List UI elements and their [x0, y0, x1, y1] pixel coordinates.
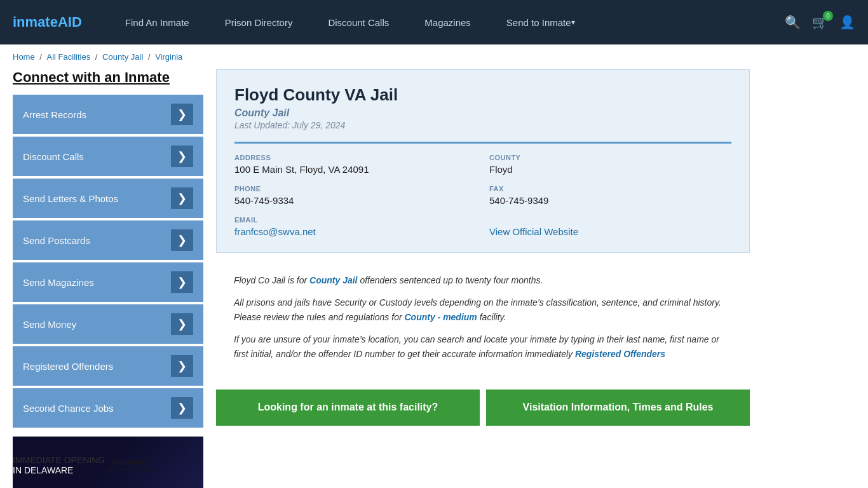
info-grid: ADDRESS 100 E Main St, Floyd, VA 24091 C… [234, 142, 731, 237]
visitation-info-button[interactable]: Visitation Information, Times and Rules [486, 390, 750, 426]
ad-line1: IMMEDIATE OPENING [13, 455, 105, 465]
arrow-icon: ❯ [171, 104, 193, 125]
arrow-icon: ❯ [171, 187, 193, 209]
sidebar: Connect with an Inmate Arrest Records ❯ … [13, 69, 203, 488]
desc-p1-text1: Floyd Co Jail is for [234, 275, 309, 285]
sidebar-btn-send-postcards[interactable]: Send Postcards ❯ [13, 220, 203, 260]
facility-name: Floyd County VA Jail [234, 85, 731, 105]
address-value: 100 E Main St, Floyd, VA 24091 [234, 164, 477, 175]
sidebar-btn-label: Registered Offenders [23, 361, 113, 372]
arrow-icon: ❯ [171, 313, 193, 335]
sidebar-btn-label: Arrest Records [23, 109, 86, 120]
nav-send-to-inmate[interactable]: Send to Inmate [489, 0, 593, 44]
phone-value: 540-745-9334 [234, 195, 477, 206]
desc-p2-text2: facility. [477, 312, 506, 322]
sidebar-btn-label: Send Magazines [23, 277, 94, 288]
email-link[interactable]: franfcso@swva.net [234, 226, 316, 237]
ad-logo: Mountaire Fresh Young Chicken [105, 458, 153, 473]
bottom-buttons: Looking for an inmate at this facility? … [216, 379, 750, 426]
sidebar-btn-label: Send Letters & Photos [23, 193, 118, 204]
ad-line2: IN DELAWARE [13, 465, 105, 475]
website-link[interactable]: View Official Website [489, 226, 578, 237]
search-icon[interactable]: 🔍 [785, 15, 801, 30]
breadcrumb-sep3: / [148, 52, 153, 62]
desc-county-jail-link[interactable]: County Jail [309, 275, 357, 285]
address-block: ADDRESS 100 E Main St, Floyd, VA 24091 [234, 154, 477, 175]
facility-updated: Last Updated: July 29, 2024 [234, 120, 731, 130]
sidebar-btn-label: Send Postcards [23, 235, 90, 246]
arrow-icon: ❯ [171, 271, 193, 293]
desc-county-medium-link[interactable]: County - medium [404, 312, 477, 322]
desc-para-3: If you are unsure of your inmate’s locat… [234, 332, 732, 362]
main-content: Floyd County VA Jail County Jail Last Up… [216, 69, 750, 488]
sidebar-title: Connect with an Inmate [13, 69, 203, 86]
sidebar-advertisement[interactable]: IMMEDIATE OPENING IN DELAWARE Mountaire … [13, 437, 203, 488]
breadcrumb-county-jail[interactable]: County Jail [102, 52, 143, 62]
arrow-icon: ❯ [171, 355, 193, 377]
facility-type: County Jail [234, 107, 731, 119]
facility-description: Floyd Co Jail is for County Jail offende… [216, 263, 750, 379]
fax-label: FAX [489, 185, 731, 193]
address-label: ADDRESS [234, 154, 477, 161]
sidebar-btn-discount-calls[interactable]: Discount Calls ❯ [13, 137, 203, 176]
breadcrumb-sep2: / [95, 52, 100, 62]
logo-text-aid: AID [58, 14, 82, 30]
nav-prison-directory[interactable]: Prison Directory [207, 0, 311, 44]
ad-text: IMMEDIATE OPENING IN DELAWARE [13, 455, 105, 475]
arrow-icon: ❯ [171, 397, 193, 419]
ad-logo-text: Mountaire [105, 458, 153, 466]
user-icon[interactable]: 👤 [839, 15, 855, 30]
fax-block: FAX 540-745-9349 [489, 185, 731, 206]
desc-para-2: All prisons and jails have Security or C… [234, 295, 732, 325]
arrow-icon: ❯ [171, 146, 193, 167]
phone-label: PHONE [234, 185, 477, 193]
main-nav: Find An Inmate Prison Directory Discount… [107, 0, 785, 44]
sidebar-btn-label: Second Chance Jobs [23, 403, 114, 414]
header-icons: 🔍 🛒 0 👤 [785, 15, 855, 30]
header: inmateAID Find An Inmate Prison Director… [0, 0, 868, 44]
sidebar-btn-second-chance-jobs[interactable]: Second Chance Jobs ❯ [13, 388, 203, 428]
website-block: View Official Website [489, 216, 731, 237]
ad-logo-tagline: Fresh Young Chicken [105, 466, 153, 473]
breadcrumb-all-facilities[interactable]: All Facilities [47, 52, 91, 62]
sidebar-btn-label: Discount Calls [23, 151, 84, 162]
sidebar-btn-arrest-records[interactable]: Arrest Records ❯ [13, 95, 203, 134]
sidebar-btn-send-letters[interactable]: Send Letters & Photos ❯ [13, 179, 203, 218]
county-block: COUNTY Floyd [489, 154, 731, 175]
logo[interactable]: inmateAID [13, 14, 82, 30]
desc-para-1: Floyd Co Jail is for County Jail offende… [234, 273, 732, 288]
sidebar-btn-label: Send Money [23, 319, 76, 330]
sidebar-btn-registered-offenders[interactable]: Registered Offenders ❯ [13, 346, 203, 386]
nav-find-inmate[interactable]: Find An Inmate [107, 0, 207, 44]
nav-discount-calls[interactable]: Discount Calls [310, 0, 407, 44]
email-label: EMAIL [234, 216, 477, 224]
sidebar-btn-send-money[interactable]: Send Money ❯ [13, 304, 203, 344]
find-inmate-button[interactable]: Looking for an inmate at this facility? [216, 390, 480, 426]
desc-registered-offenders-link[interactable]: Registered Offenders [575, 349, 665, 359]
breadcrumb: Home / All Facilities / County Jail / Vi… [0, 44, 868, 69]
desc-p1-text2: offenders sentenced up to twenty four mo… [358, 275, 543, 285]
arrow-icon: ❯ [171, 229, 193, 251]
email-block: EMAIL franfcso@swva.net [234, 216, 477, 237]
county-label: COUNTY [489, 154, 731, 161]
cart-wrapper[interactable]: 🛒 0 [812, 15, 828, 30]
county-value: Floyd [489, 164, 731, 175]
facility-card: Floyd County VA Jail County Jail Last Up… [216, 69, 750, 253]
breadcrumb-home[interactable]: Home [13, 52, 35, 62]
sidebar-btn-send-magazines[interactable]: Send Magazines ❯ [13, 262, 203, 302]
main-layout: Connect with an Inmate Arrest Records ❯ … [0, 69, 763, 488]
nav-magazines[interactable]: Magazines [407, 0, 489, 44]
breadcrumb-sep1: / [39, 52, 44, 62]
phone-block: PHONE 540-745-9334 [234, 185, 477, 206]
cart-badge: 0 [823, 11, 833, 21]
fax-value: 540-745-9349 [489, 195, 731, 206]
logo-text-inmate: inmate [13, 14, 58, 30]
breadcrumb-state[interactable]: Virginia [155, 52, 182, 62]
